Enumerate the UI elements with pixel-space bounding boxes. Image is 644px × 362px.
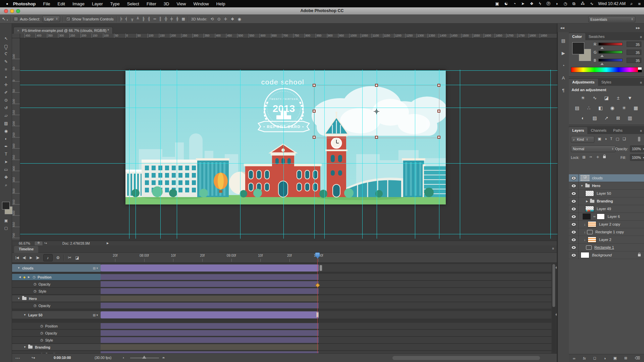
align-icon[interactable]: ╡ <box>125 17 128 21</box>
tab-channels[interactable]: Channels <box>587 127 609 134</box>
guide[interactable] <box>20 70 557 71</box>
status-icon[interactable]: ➤ <box>521 1 525 6</box>
brush-tool[interactable]: ✐ <box>4 90 8 95</box>
layer-row-layer6[interactable]: ∞ Layer 6 <box>569 213 644 221</box>
property-track[interactable] <box>101 323 319 329</box>
blue-value[interactable]: 35 <box>627 58 641 63</box>
brightness-contrast-icon[interactable]: ☀ <box>579 95 587 101</box>
property-track[interactable] <box>101 337 319 343</box>
layer-name[interactable]: clouds <box>592 176 603 180</box>
track-property-label[interactable]: Style <box>39 289 46 293</box>
lock-transparency-icon[interactable]: ▨ <box>582 155 585 159</box>
clip-bar-layer50[interactable] <box>101 311 319 318</box>
property-track[interactable] <box>101 281 319 287</box>
layer-name[interactable]: Background <box>592 253 612 257</box>
stopwatch-icon[interactable]: ◷ <box>34 304 37 307</box>
3d-slide-icon[interactable]: ❖ <box>231 17 234 21</box>
move-reference-crosshair[interactable] <box>374 109 379 114</box>
lasso-tool[interactable]: Ϛ <box>5 52 8 57</box>
collapse-to-icons-icon[interactable]: ▶▶ <box>636 26 640 29</box>
zoom-in-icon[interactable]: ▴▴ <box>162 356 164 359</box>
gradient-tool[interactable]: ▨ <box>4 121 8 126</box>
new-layer-icon[interactable]: ⊞ <box>624 356 627 360</box>
layer-row-rectangle1copy[interactable]: ↓ Rectangle 1 copy <box>569 228 644 236</box>
stopwatch-icon[interactable]: ◷ <box>34 282 37 286</box>
status-icon[interactable]: ◔ <box>514 1 516 6</box>
visibility-toggle[interactable] <box>569 182 579 189</box>
split-at-playhead-icon[interactable]: ✂ <box>68 255 71 260</box>
new-adjustment-layer-icon[interactable]: ◑ <box>604 356 606 360</box>
audio-mute-button[interactable]: ♪ <box>43 254 53 261</box>
move-tool[interactable]: ↖ <box>4 36 8 41</box>
guide[interactable] <box>20 234 557 234</box>
blue-slider-thumb[interactable] <box>600 63 604 65</box>
timeline-ruler[interactable]: 20f08:00f10f20f09:00f10f20f10:00f <box>101 253 557 263</box>
menu-item[interactable]: Image <box>72 1 85 6</box>
guide[interactable] <box>20 85 557 85</box>
layer-name[interactable]: Rectangle 1 <box>594 245 614 249</box>
guide[interactable] <box>136 70 136 239</box>
visibility-toggle[interactable] <box>569 236 579 243</box>
auto-select-checkbox[interactable] <box>14 17 18 21</box>
group-track[interactable] <box>101 344 319 350</box>
blue-slider[interactable] <box>598 59 623 62</box>
guide[interactable] <box>460 70 460 239</box>
guide[interactable] <box>160 70 161 239</box>
invert-icon[interactable]: ◐ <box>579 115 587 121</box>
visibility-toggle[interactable] <box>569 174 579 182</box>
disclosure-triangle-icon[interactable]: ▼ <box>17 297 20 300</box>
opacity-field[interactable]: 100% ▾ <box>630 145 644 152</box>
transition-icon[interactable]: ◪ <box>75 255 79 260</box>
history-panel-icon[interactable]: ▤ <box>561 38 565 43</box>
playhead[interactable] <box>315 252 320 257</box>
filter-pixel-layers-icon[interactable]: ▣ <box>598 137 601 141</box>
layer-name[interactable]: Layer 2 copy <box>599 222 620 226</box>
align-icon[interactable]: ╫ <box>176 17 179 21</box>
character-panel-icon[interactable]: A <box>562 75 565 80</box>
spotlight-icon[interactable]: ⌕ <box>630 1 633 6</box>
levels-icon[interactable]: ∿ <box>591 95 598 101</box>
color-balance-icon[interactable]: ∴ <box>585 105 593 111</box>
status-icon[interactable]: ∿ <box>590 1 593 6</box>
paragraph-panel-icon[interactable]: ¶ <box>562 88 565 93</box>
layer-filter-dropdown[interactable]: ⌕ Kind ⇕ <box>571 136 594 143</box>
red-slider-thumb[interactable] <box>600 47 604 49</box>
status-icon[interactable]: ◷ <box>564 1 567 6</box>
timeline-scrollbar-thumb[interactable] <box>552 264 555 307</box>
align-icon[interactable]: ╞ <box>120 17 122 21</box>
3d-camera-icon[interactable]: ◉ <box>238 17 241 21</box>
status-icon[interactable]: ❖ <box>530 1 534 6</box>
track-label[interactable]: Branding <box>35 345 50 349</box>
horizontal-ruler[interactable]: 4504003503002502001501005005010015020025… <box>20 34 557 38</box>
transform-handle[interactable] <box>313 84 316 87</box>
status-icon[interactable]: ◗ <box>556 1 558 6</box>
layer-name[interactable]: Layer 2 <box>599 238 611 242</box>
workspace-switcher[interactable]: Essentials ⇕ <box>588 16 635 22</box>
guide[interactable] <box>283 70 284 239</box>
guide[interactable] <box>20 108 557 108</box>
track-label[interactable]: Hero <box>29 297 37 301</box>
document-size-info[interactable]: Doc: 2.47M/28.9M <box>62 242 90 245</box>
layer-row-branding[interactable]: ▶ Branding <box>569 197 644 205</box>
green-value[interactable]: 35 <box>627 50 641 55</box>
selective-color-icon[interactable]: ⊠ <box>614 115 622 121</box>
menu-item[interactable]: Edit <box>58 1 65 6</box>
film-icon[interactable]: ▤ ▾ <box>93 313 98 317</box>
lock-all-icon[interactable] <box>603 156 606 158</box>
film-icon[interactable]: ▤ ▾ <box>93 266 98 270</box>
path-selection-tool[interactable]: ➤ <box>4 160 8 165</box>
status-icon[interactable]: Ⓟ <box>546 1 550 7</box>
zoom-level[interactable]: 66.67% <box>19 242 30 245</box>
group-track[interactable] <box>101 296 319 301</box>
menu-item[interactable]: 3D <box>164 1 169 6</box>
disclosure-triangle-icon[interactable]: ▼ <box>581 184 583 187</box>
layer-name[interactable]: Layer 49 <box>597 207 611 211</box>
layer-row-rectangle1[interactable]: Rectangle 1 <box>569 244 644 251</box>
tab-close-icon[interactable]: × <box>17 28 19 33</box>
foreground-color-well[interactable] <box>572 42 584 54</box>
layer-name[interactable]: Branding <box>597 199 613 203</box>
align-icon[interactable]: ╪ <box>170 17 173 21</box>
track-property-label[interactable]: Opacity <box>39 282 51 286</box>
tab-adjustments[interactable]: Adjustments <box>569 79 598 86</box>
adjustments-panel-menu-icon[interactable]: ≡ <box>640 81 642 86</box>
